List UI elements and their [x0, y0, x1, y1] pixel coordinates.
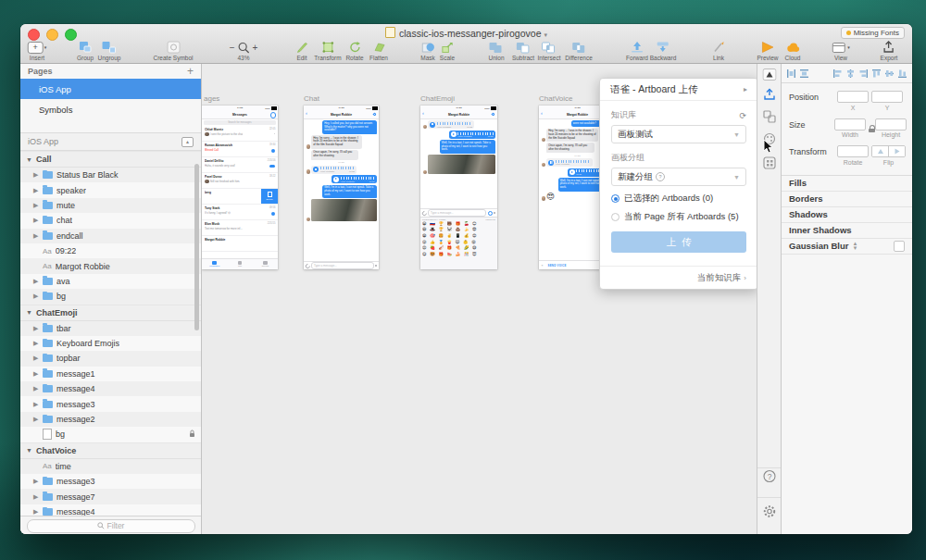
- layer-row[interactable]: ▶ Aa message4: [20, 381, 201, 396]
- conversation-row[interactable]: Chloë Moretz I sent the picture to the c…: [202, 126, 278, 142]
- shadows-section[interactable]: Shadows: [782, 207, 912, 223]
- flip-horizontal-button[interactable]: [872, 146, 888, 156]
- layer-row[interactable]: ▶ Aa Status Bar Black: [20, 168, 201, 182]
- inner-shadows-section[interactable]: Inner Shadows: [782, 223, 912, 239]
- flatten-button[interactable]: Flatten: [369, 41, 388, 61]
- sidebar-scrollbar[interactable]: [194, 164, 199, 330]
- layer-row[interactable]: ▶ Aa ava: [20, 274, 201, 289]
- voice-message-outgoing[interactable]: Voice Message00:21: [332, 175, 377, 183]
- missing-fonts-badge[interactable]: Missing Fonts: [841, 27, 905, 39]
- microphone-icon[interactable]: [375, 265, 377, 268]
- zoom-in-icon[interactable]: +: [253, 43, 258, 53]
- layer-row[interactable]: ▶ Aa mute: [20, 198, 201, 213]
- tab-call[interactable]: Call: [227, 259, 252, 269]
- layer-row[interactable]: ▶ Aa Keyboard Emojis: [20, 336, 201, 351]
- position-y-input[interactable]: [871, 91, 903, 103]
- align-top-icon[interactable]: [871, 68, 882, 79]
- emoji-row[interactable]: 😡 🍓 🎻 🎁 🍕 🌽 😅: [422, 245, 495, 252]
- disclosure-triangle-icon[interactable]: ▶: [33, 508, 39, 516]
- align-bottom-icon[interactable]: [897, 68, 907, 79]
- forward-button[interactable]: Forward: [626, 41, 648, 61]
- emoji-row[interactable]: 😁 🎯 🍔 ✌️ 📱 💰 😍: [422, 233, 495, 240]
- back-icon[interactable]: ‹: [541, 111, 543, 117]
- disclosure-open-icon[interactable]: ▼: [26, 156, 32, 163]
- microphone-icon[interactable]: [494, 212, 495, 215]
- help-icon[interactable]: ?: [656, 172, 665, 181]
- emoji-row[interactable]: 😆 🎩 🏆 🐼 💩 🍌 😎: [422, 227, 495, 233]
- back-icon[interactable]: ‹: [422, 111, 424, 117]
- grid-plugin-icon[interactable]: [763, 156, 776, 173]
- layer-row[interactable]: ▶ Aa message4: [20, 504, 201, 516]
- emoji-icon[interactable]: [488, 211, 493, 216]
- artboard-row-chatvoice[interactable]: ▼ChatVoice: [20, 442, 201, 459]
- conversation-row[interactable]: Tony Stark It's funny, I agreed! 😊 09:56: [202, 205, 278, 220]
- disclosure-open-icon[interactable]: ▼: [26, 309, 32, 316]
- disclosure-triangle-icon[interactable]: ▶: [33, 416, 39, 423]
- chevron-down-icon[interactable]: ▾: [544, 31, 547, 38]
- preview-button[interactable]: Preview: [757, 41, 778, 61]
- disclosure-triangle-icon[interactable]: ▶: [33, 217, 39, 224]
- disclosure-triangle-icon[interactable]: ▶: [33, 478, 39, 485]
- conversation-row[interactable]: Roman Abramovich Missed Call 19:34: [202, 142, 278, 157]
- layer-row[interactable]: ▶ Aa Margot Robbie: [20, 258, 201, 273]
- mask-button[interactable]: Mask: [420, 41, 435, 61]
- layer-row[interactable]: ▶ Aa bg: [20, 289, 201, 304]
- cancel-record-button[interactable]: ×: [542, 264, 544, 268]
- collapse-panel-icon[interactable]: ▲: [181, 137, 194, 147]
- artboard-row-chatemoji[interactable]: ▼ChatEmoji: [20, 305, 201, 321]
- disclosure-triangle-icon[interactable]: ▶: [33, 385, 39, 392]
- voice-message-incoming[interactable]: Voice Message00:32: [428, 120, 474, 129]
- message-input[interactable]: Type a message...: [311, 262, 374, 268]
- help-icon[interactable]: ?: [762, 469, 776, 487]
- layer-row[interactable]: ▶ Aa speaker: [20, 182, 201, 197]
- cloud-button[interactable]: Cloud: [785, 41, 801, 61]
- rotate-input[interactable]: [837, 145, 869, 157]
- search-field[interactable]: Search for messages: [204, 120, 276, 125]
- insert-button[interactable]: +▾ Insert: [28, 41, 47, 61]
- disclosure-triangle-icon[interactable]: ▶: [33, 355, 39, 362]
- layer-row[interactable]: ▶ Aa 09:22: [20, 243, 201, 258]
- artboard-row-call[interactable]: ▼Call: [20, 151, 201, 168]
- play-button-icon[interactable]: [333, 177, 339, 182]
- layer-row[interactable]: ▶ Aa message1: [20, 367, 201, 381]
- back-icon[interactable]: ‹: [306, 111, 307, 117]
- disclosure-triangle-icon[interactable]: ▶: [33, 202, 39, 209]
- disclosure-triangle-icon[interactable]: ▶: [33, 493, 39, 501]
- edit-button[interactable]: Edit: [295, 41, 308, 61]
- symbol-swap-icon[interactable]: [763, 110, 776, 127]
- layer-row[interactable]: ▶ Aa message3: [20, 396, 201, 411]
- fills-section[interactable]: Fills: [782, 176, 912, 192]
- current-kb-link[interactable]: 当前知识库›: [600, 266, 757, 289]
- disclosure-triangle-icon[interactable]: ▶: [33, 401, 39, 408]
- page-item-symbols[interactable]: Symbols: [20, 99, 201, 119]
- disclosure-triangle-icon[interactable]: ▶: [33, 340, 39, 347]
- transform-button[interactable]: Transform: [314, 41, 341, 61]
- voice-message-outgoing[interactable]: Voice Message00:21: [449, 131, 495, 139]
- knowledge-base-select[interactable]: 画板测试▼: [611, 125, 746, 143]
- layer-row[interactable]: ▶ Aa bg: [20, 427, 201, 442]
- radio-selected-artboards[interactable]: 已选择的 Artboards (0): [611, 193, 746, 205]
- disclosure-triangle-icon[interactable]: ▶: [33, 370, 39, 378]
- layer-row[interactable]: ▶ Aa message7: [20, 489, 201, 504]
- add-page-button[interactable]: +: [187, 65, 194, 78]
- layer-row[interactable]: ▶ Aa endcall: [20, 229, 201, 243]
- disclosure-triangle-icon[interactable]: ▶: [33, 292, 39, 300]
- yuque-upload-icon[interactable]: [763, 88, 776, 105]
- union-button[interactable]: Union: [489, 41, 505, 61]
- mic-button-icon[interactable]: [313, 167, 319, 172]
- tab-messages[interactable]: Messages: [202, 259, 227, 269]
- distribute-vertically-icon[interactable]: [799, 68, 809, 79]
- disclosure-triangle-icon[interactable]: ▶: [33, 232, 39, 240]
- conversation-row[interactable]: Elon Musk Text me tomorrow for more inf.…: [202, 220, 278, 236]
- intersect-button[interactable]: Intersect: [538, 41, 561, 61]
- message-input[interactable]: Type a message...: [428, 209, 486, 216]
- compose-icon[interactable]: [270, 112, 277, 118]
- attachment-icon[interactable]: [421, 210, 427, 216]
- disclosure-triangle-icon[interactable]: ▶: [33, 325, 39, 332]
- artboard-chatemoji[interactable]: 14:33100% ‹Margot Robbie Voice Message00…: [420, 106, 497, 269]
- conversation-row[interactable]: Daniel DeVito Haha, it sounds very cool!…: [202, 157, 278, 173]
- align-right-icon[interactable]: [858, 68, 869, 79]
- layer-row[interactable]: ▶ Aa message2: [20, 412, 201, 427]
- ungroup-button[interactable]: Ungroup: [98, 41, 121, 61]
- scale-button[interactable]: Scale: [440, 41, 455, 61]
